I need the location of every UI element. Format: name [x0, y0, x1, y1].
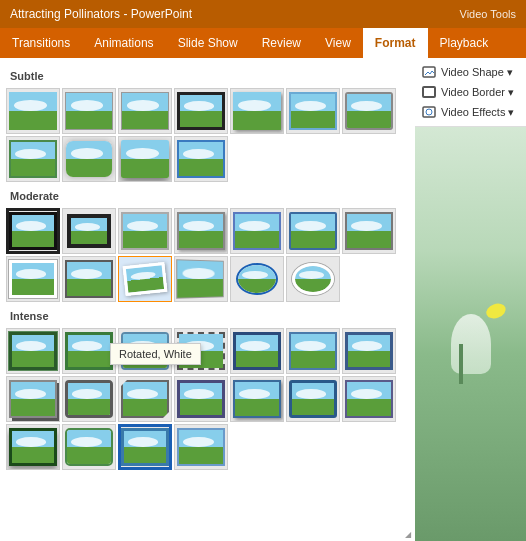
list-item[interactable]: [6, 208, 60, 254]
tab-format[interactable]: Format: [363, 28, 428, 58]
list-item[interactable]: [342, 88, 396, 134]
list-item[interactable]: [174, 424, 228, 470]
list-item[interactable]: [230, 328, 284, 374]
list-item[interactable]: [118, 376, 172, 422]
subtle-grid: [6, 86, 409, 184]
tab-animations[interactable]: Animations: [82, 28, 165, 58]
list-item[interactable]: [62, 328, 116, 374]
right-panel: Video Shape ▾ Video Border ▾ Video Ef: [415, 58, 526, 541]
section-subtle-label: Subtle: [6, 64, 409, 86]
list-item[interactable]: [342, 376, 396, 422]
svg-rect-1: [423, 87, 435, 97]
tab-slide-show[interactable]: Slide Show: [166, 28, 250, 58]
styles-panel: Subtle: [0, 58, 415, 541]
video-effects-icon: [421, 104, 437, 120]
title-bar: Attracting Pollinators - PowerPoint Vide…: [0, 0, 526, 28]
list-item[interactable]: [342, 208, 396, 254]
video-tools-label: Video Tools: [460, 8, 516, 20]
list-item[interactable]: [286, 328, 340, 374]
video-effects-tool[interactable]: Video Effects ▾: [421, 102, 520, 122]
intense-grid: [6, 326, 409, 472]
list-item[interactable]: [118, 208, 172, 254]
list-item[interactable]: [6, 136, 60, 182]
list-item[interactable]: [174, 88, 228, 134]
list-item[interactable]: [230, 376, 284, 422]
list-item[interactable]: [62, 424, 116, 470]
section-intense-label: Intense: [6, 304, 409, 326]
list-item[interactable]: [62, 256, 116, 302]
list-item[interactable]: [6, 328, 60, 374]
list-item[interactable]: [174, 328, 228, 374]
svg-point-3: [426, 109, 432, 115]
list-item[interactable]: [286, 376, 340, 422]
list-item[interactable]: [6, 376, 60, 422]
resize-handle: ◢: [403, 529, 413, 539]
video-shape-tool[interactable]: Video Shape ▾: [421, 62, 520, 82]
list-item[interactable]: [6, 256, 60, 302]
video-border-label: Video Border ▾: [441, 86, 514, 99]
video-effects-label: Video Effects ▾: [441, 106, 514, 119]
list-item[interactable]: [62, 208, 116, 254]
list-item[interactable]: [230, 208, 284, 254]
video-shape-label: Video Shape ▾: [441, 66, 513, 79]
list-item[interactable]: [286, 208, 340, 254]
tab-view[interactable]: View: [313, 28, 363, 58]
list-item[interactable]: [230, 256, 284, 302]
list-item[interactable]: [118, 328, 172, 374]
list-item[interactable]: [174, 208, 228, 254]
video-preview: [415, 127, 526, 541]
tab-playback[interactable]: Playback: [428, 28, 501, 58]
list-item[interactable]: [230, 88, 284, 134]
list-item[interactable]: [118, 256, 172, 302]
list-item[interactable]: [62, 376, 116, 422]
main-layout: Subtle: [0, 58, 526, 541]
nature-scene: [415, 127, 526, 541]
list-item[interactable]: [342, 328, 396, 374]
list-item[interactable]: [118, 424, 172, 470]
list-item[interactable]: [6, 88, 60, 134]
video-shape-icon: [421, 64, 437, 80]
list-item[interactable]: [62, 136, 116, 182]
list-item[interactable]: [286, 88, 340, 134]
video-border-tool[interactable]: Video Border ▾: [421, 82, 520, 102]
list-item[interactable]: [6, 424, 60, 470]
video-tools-panel: Video Shape ▾ Video Border ▾ Video Ef: [415, 58, 526, 127]
list-item[interactable]: [62, 88, 116, 134]
list-item[interactable]: [286, 256, 340, 302]
ribbon-tabs: Transitions Animations Slide Show Review…: [0, 28, 526, 58]
tab-review[interactable]: Review: [250, 28, 313, 58]
list-item[interactable]: [118, 88, 172, 134]
moderate-grid: [6, 206, 409, 304]
section-moderate-label: Moderate: [6, 184, 409, 206]
app-title: Attracting Pollinators - PowerPoint: [10, 7, 192, 21]
list-item[interactable]: [118, 136, 172, 182]
list-item[interactable]: [174, 256, 228, 302]
video-border-icon: [421, 84, 437, 100]
tab-transitions[interactable]: Transitions: [0, 28, 82, 58]
list-item[interactable]: [174, 136, 228, 182]
list-item[interactable]: [174, 376, 228, 422]
